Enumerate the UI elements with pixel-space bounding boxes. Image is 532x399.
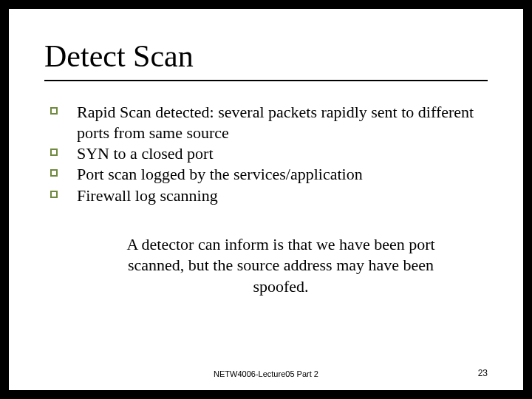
bullet-list: Rapid Scan detected: several packets rap…: [50, 102, 488, 206]
list-item: SYN to a closed port: [50, 143, 488, 164]
footer: NETW4006-Lecture05 Part 2 23: [9, 368, 523, 378]
list-item: Rapid Scan detected: several packets rap…: [50, 102, 488, 143]
square-bullet-icon: [50, 107, 58, 115]
square-bullet-icon: [50, 149, 58, 156]
title-rule: [44, 80, 488, 81]
bullet-text: Rapid Scan detected: several packets rap…: [77, 103, 474, 142]
list-item: Port scan logged by the services/applica…: [50, 164, 488, 185]
bullet-text: SYN to a closed port: [77, 144, 214, 163]
slide-title: Detect Scan: [44, 38, 488, 74]
body-paragraph: A detector can inform is that we have be…: [44, 234, 488, 298]
slide: Detect Scan Rapid Scan detected: several…: [9, 9, 523, 390]
footer-center: NETW4006-Lecture05 Part 2: [192, 369, 340, 378]
bullet-text: Firewall log scanning: [77, 186, 218, 205]
list-item: Firewall log scanning: [50, 185, 488, 206]
page-number: 23: [340, 368, 488, 378]
square-bullet-icon: [50, 191, 58, 198]
square-bullet-icon: [50, 169, 58, 177]
bullet-text: Port scan logged by the services/applica…: [77, 165, 363, 183]
